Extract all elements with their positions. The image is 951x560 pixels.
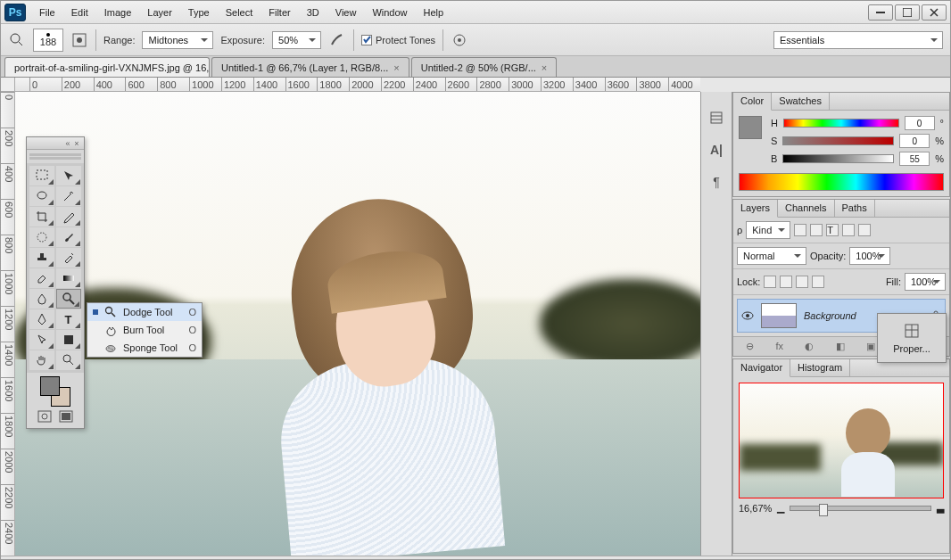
layer-thumbnail[interactable] [761,303,797,328]
window-maximize[interactable] [895,4,920,21]
hand-tool[interactable] [29,350,54,370]
toolbox[interactable]: «× T [26,136,85,429]
tab-layers[interactable]: Layers [733,200,778,218]
rect-marquee-tool[interactable] [29,166,54,185]
tool-preset-icon[interactable] [8,31,26,49]
tab-histogram[interactable]: Histogram [790,359,850,376]
path-select-tool[interactable] [29,330,54,350]
eyedropper-tool[interactable] [56,207,81,226]
crop-tool[interactable] [29,207,54,226]
hue-input[interactable] [905,116,935,130]
menu-select[interactable]: Select [218,2,261,23]
zoom-tool[interactable] [56,350,81,370]
tab-channels[interactable]: Channels [778,200,834,217]
menu-layer[interactable]: Layer [139,2,180,23]
type-tool[interactable]: T [56,309,81,329]
menu-view[interactable]: View [327,2,365,23]
zoom-in-icon[interactable]: ▃ [937,502,944,514]
brush-preset[interactable]: 188 [33,29,63,52]
flyout-burn[interactable]: Burn ToolO [87,321,202,339]
visibility-icon[interactable] [741,309,754,322]
blend-mode-dropdown[interactable]: Normal [737,247,806,265]
bri-input[interactable] [899,152,930,166]
opacity-dropdown[interactable]: 100% [849,247,890,265]
tab-doc-2[interactable]: Untitled-1 @ 66,7% (Layer 1, RGB/8...× [211,57,409,77]
navigator-proxy[interactable] [739,383,944,498]
airbrush-icon[interactable] [328,31,346,49]
pen-tool[interactable] [29,309,54,329]
ruler-horizontal[interactable]: 0200400600800100012001400160018002000220… [15,78,700,92]
filter-shape-icon[interactable] [842,224,855,236]
move-tool[interactable] [56,166,81,185]
menu-window[interactable]: Window [364,2,415,23]
pressure-icon[interactable] [451,31,468,49]
adjustment-icon[interactable]: ◧ [836,341,845,352]
ruler-origin[interactable] [1,78,15,92]
bri-slider[interactable] [782,154,894,163]
fill-dropdown[interactable]: 100% [905,273,946,291]
tab-doc-3[interactable]: Untitled-2 @ 50% (RGB/...× [411,57,558,77]
dodge-tool[interactable] [56,289,81,309]
filter-adjust-icon[interactable] [810,224,823,236]
quick-mask-icon[interactable] [37,410,52,424]
character-icon[interactable]: A| [708,142,724,158]
menu-3d[interactable]: 3D [299,2,327,23]
menu-filter[interactable]: Filter [260,2,298,23]
lock-pixels-icon[interactable] [780,276,792,288]
menu-image[interactable]: Image [96,2,140,23]
history-icon[interactable] [708,110,724,126]
window-close[interactable] [922,4,947,21]
lasso-tool[interactable] [29,186,54,206]
filter-smart-icon[interactable] [858,224,871,236]
hue-slider[interactable] [783,119,899,128]
lock-all-icon[interactable] [812,276,824,288]
link-icon[interactable]: ⊖ [746,341,754,352]
properties-collapsed[interactable]: Proper... [877,313,947,363]
spectrum-ramp[interactable] [739,173,944,191]
history-brush-tool[interactable] [56,248,81,268]
color-swatches[interactable] [40,376,70,407]
flyout-sponge[interactable]: Sponge ToolO [87,339,202,357]
range-dropdown[interactable]: Midtones [142,31,213,49]
tab-swatches[interactable]: Swatches [772,93,830,110]
tab-paths[interactable]: Paths [835,200,875,217]
layer-filter-kind[interactable]: Kind [746,221,790,239]
menu-type[interactable]: Type [180,2,218,23]
menu-edit[interactable]: Edit [63,2,96,23]
magic-wand-tool[interactable] [56,186,81,206]
close-icon[interactable]: × [393,62,399,73]
healing-tool[interactable] [29,227,54,247]
eraser-tool[interactable] [29,268,54,288]
foreground-swatch[interactable] [739,116,762,139]
tab-doc-1[interactable]: portrait-of-a-smiling-girl-VXNJMFS.jpg @… [4,57,210,77]
brush-panel-toggle-icon[interactable] [70,31,88,49]
toolbox-close-icon[interactable]: × [72,139,81,148]
flyout-dodge[interactable]: Dodge ToolO [87,303,202,321]
sat-input[interactable] [899,134,930,148]
ruler-vertical[interactable]: 0200400600800100012001400160018002000220… [1,92,15,556]
fx-icon[interactable]: fx [776,341,784,352]
tab-navigator[interactable]: Navigator [733,359,790,377]
gradient-tool[interactable] [56,268,81,288]
toolbox-collapse-icon[interactable]: « [63,139,72,148]
window-minimize[interactable] [868,4,893,21]
shape-tool[interactable] [56,330,81,350]
zoom-slider[interactable] [790,506,931,511]
protect-tones-checkbox[interactable]: Protect Tones [361,35,435,45]
tab-color[interactable]: Color [733,93,772,111]
screen-mode-icon[interactable] [59,410,73,424]
menu-help[interactable]: Help [416,2,452,23]
menu-file[interactable]: File [31,2,63,23]
workspace-dropdown[interactable]: Essentials [773,31,943,49]
sat-slider[interactable] [782,136,894,145]
zoom-out-icon[interactable]: ▁ [777,502,784,514]
blur-tool[interactable] [29,289,54,309]
stamp-tool[interactable] [29,248,54,268]
exposure-dropdown[interactable]: 50% [272,31,321,49]
filter-pixel-icon[interactable] [794,224,806,236]
group-icon[interactable]: ▣ [866,341,875,352]
brush-tool[interactable] [56,227,81,247]
lock-position-icon[interactable] [796,276,808,288]
paragraph-icon[interactable]: ¶ [708,174,724,190]
filter-type-icon[interactable]: T [826,224,839,236]
